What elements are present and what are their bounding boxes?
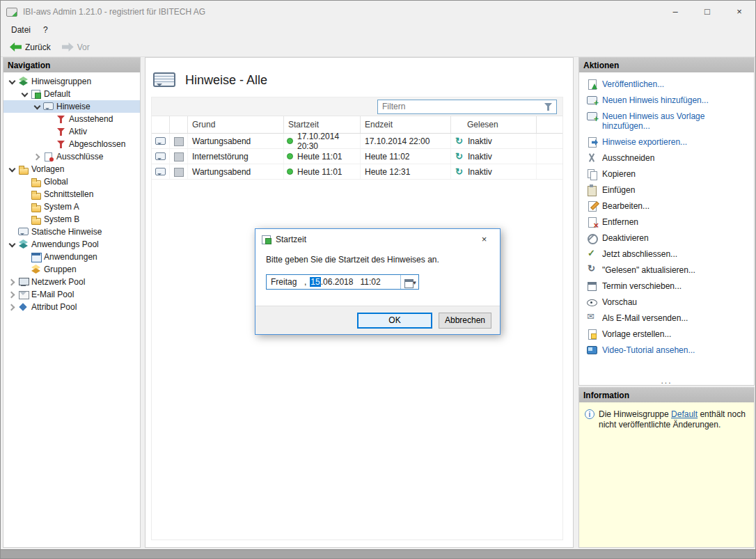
action-neuer-hinweis[interactable]: Neuen Hinweis hinzufügen... bbox=[586, 95, 748, 105]
table-row[interactable]: Wartungsabend 17.10.2014 20:30 17.10.201… bbox=[152, 134, 562, 149]
close-button[interactable]: × bbox=[723, 1, 755, 22]
action-ausschneiden[interactable]: Ausschneiden bbox=[586, 152, 748, 163]
column-header-display-icon[interactable] bbox=[170, 116, 188, 133]
tree-item-system-a[interactable]: System A bbox=[3, 200, 140, 213]
tree-item-default[interactable]: Default bbox=[3, 88, 140, 100]
reschedule-icon bbox=[586, 281, 597, 291]
action-vorschau[interactable]: Vorschau bbox=[586, 297, 748, 307]
tree-item-vorlagen[interactable]: Vorlagen bbox=[3, 163, 140, 175]
table-row[interactable]: Internetstörung Heute 11:01 Heute 11:02 … bbox=[152, 149, 562, 164]
expander-placeholder bbox=[8, 228, 16, 236]
tree-item-system-b[interactable]: System B bbox=[3, 213, 140, 226]
tree-item-netzwerk-pool[interactable]: Netzwerk Pool bbox=[3, 276, 140, 288]
forward-button[interactable]: Vor bbox=[57, 40, 95, 54]
expander-down-icon[interactable] bbox=[20, 90, 29, 98]
datetime-dayname[interactable]: Freitag bbox=[271, 277, 303, 287]
table-row[interactable]: Wartungsabend Heute 11:01 Heute 12:31 In… bbox=[152, 164, 562, 180]
tree-item-attribut-pool[interactable]: Attribut Pool bbox=[3, 301, 140, 313]
action-hinweis-aus-vorlage[interactable]: Neuen Hinweis aus Vorlage hinzufügen... bbox=[586, 111, 748, 131]
expander-placeholder bbox=[45, 140, 54, 148]
sync-arrows-icon bbox=[454, 167, 464, 177]
action-veroeffentlichen[interactable]: Veröffentlichen... bbox=[586, 79, 748, 89]
expander-down-icon[interactable] bbox=[8, 165, 16, 173]
expander-right-icon[interactable] bbox=[33, 152, 41, 161]
tree-item-abgeschlossen[interactable]: Abgeschlossen bbox=[3, 138, 140, 150]
tree-item-anwendungen[interactable]: Anwendungen bbox=[3, 251, 140, 263]
dialog-close-button[interactable]: × bbox=[468, 229, 500, 249]
tree-item-label: Hinweisgruppen bbox=[31, 77, 91, 86]
back-label: Zurück bbox=[25, 42, 51, 52]
menu-datei[interactable]: Datei bbox=[5, 23, 37, 37]
title-bar[interactable]: IBI-aws Admin 1.21.0 - registriert für I… bbox=[1, 1, 755, 22]
action-einfuegen[interactable]: Einfügen bbox=[586, 184, 748, 195]
datetime-monthyear[interactable]: .06.2018 bbox=[321, 277, 354, 287]
datetime-dropdown-button[interactable] bbox=[400, 275, 418, 289]
tree-item-ausschluesse[interactable]: Ausschlüsse bbox=[3, 150, 140, 163]
tree-item-hinweisgruppen[interactable]: Hinweisgruppen bbox=[3, 75, 140, 88]
column-header-endzeit[interactable]: Endzeit bbox=[361, 116, 451, 133]
statische-hinweise-icon bbox=[18, 227, 29, 237]
menu-help[interactable]: ? bbox=[37, 23, 54, 37]
tree-item-email-pool[interactable]: E-Mail Pool bbox=[3, 288, 140, 301]
navigation-toolbar: Zurück Vor bbox=[1, 38, 755, 57]
tree-item-statische-hinweise[interactable]: Statische Hinweise bbox=[3, 226, 140, 238]
page-title-block: Hinweise - Alle bbox=[145, 58, 573, 94]
tree-item-global[interactable]: Global bbox=[3, 175, 140, 188]
tree-item-ausstehend[interactable]: Ausstehend bbox=[3, 113, 140, 125]
column-header-startzeit[interactable]: Startzeit bbox=[284, 116, 361, 133]
expander-right-icon[interactable] bbox=[8, 278, 16, 286]
folder-icon bbox=[31, 214, 41, 224]
action-als-email-versenden[interactable]: Als E-Mail versenden... bbox=[586, 313, 748, 323]
action-hinweise-exportieren[interactable]: Hinweise exportieren... bbox=[586, 136, 748, 147]
gruppen-icon bbox=[31, 265, 41, 274]
ausschluesse-icon bbox=[43, 152, 54, 162]
default-group-link[interactable]: Default bbox=[671, 409, 698, 419]
dialog-title-bar[interactable]: Startzeit × bbox=[255, 229, 500, 249]
column-header-grund[interactable]: Grund bbox=[188, 116, 284, 133]
action-deaktivieren[interactable]: Deaktivieren bbox=[586, 233, 748, 243]
filter-funnel-icon[interactable] bbox=[543, 102, 553, 111]
action-jetzt-abschliessen[interactable]: Jetzt abschliessen... bbox=[586, 249, 748, 259]
action-vorlage-erstellen[interactable]: Vorlage erstellen... bbox=[586, 329, 748, 339]
minimize-button[interactable]: – bbox=[659, 1, 691, 22]
tree-item-label: Abgeschlossen bbox=[69, 139, 125, 149]
tree-item-gruppen[interactable]: Gruppen bbox=[3, 263, 140, 276]
expander-down-icon[interactable] bbox=[33, 102, 41, 111]
column-header-gelesen[interactable]: Gelesen bbox=[451, 116, 537, 133]
tree-item-anwendungs-pool[interactable]: Anwendungs Pool bbox=[3, 238, 140, 251]
action-video-tutorial[interactable]: Video-Tutorial ansehen... bbox=[586, 345, 748, 355]
filter-input[interactable] bbox=[378, 102, 543, 111]
action-bearbeiten[interactable]: Bearbeiten... bbox=[586, 200, 748, 211]
datetime-picker[interactable]: Freitag , 15 .06.2018 11:02 bbox=[266, 274, 419, 290]
action-label: Einfügen bbox=[602, 184, 635, 195]
datetime-day-selected[interactable]: 15 bbox=[310, 277, 320, 287]
dialog-title: Startzeit bbox=[276, 235, 306, 244]
datetime-time[interactable]: 11:02 bbox=[360, 277, 380, 287]
action-termin-verschieben[interactable]: Termin verschieben... bbox=[586, 281, 748, 291]
expander-right-icon[interactable] bbox=[8, 290, 16, 299]
cell-gelesen: Inaktiv bbox=[451, 149, 537, 164]
tree-item-schnittstellen[interactable]: Schnittstellen bbox=[3, 188, 140, 200]
expander-right-icon[interactable] bbox=[8, 303, 16, 311]
navigation-tree: Hinweisgruppen Default Hinweise Ausstehe… bbox=[3, 72, 140, 313]
tree-item-hinweise[interactable]: Hinweise bbox=[3, 100, 140, 113]
action-label: Termin verschieben... bbox=[602, 281, 682, 291]
ok-button[interactable]: OK bbox=[357, 313, 432, 329]
expander-placeholder bbox=[45, 115, 54, 123]
active-status-icon bbox=[287, 153, 293, 159]
actions-overflow-indicator[interactable]: ... bbox=[579, 377, 754, 384]
maximize-button[interactable]: □ bbox=[691, 1, 723, 22]
expander-down-icon[interactable] bbox=[8, 77, 16, 86]
back-button[interactable]: Zurück bbox=[5, 40, 56, 54]
expander-down-icon[interactable] bbox=[8, 240, 16, 249]
column-header-type-icon[interactable] bbox=[152, 116, 170, 133]
cancel-button[interactable]: Abbrechen bbox=[439, 313, 491, 329]
action-kopieren[interactable]: Kopieren bbox=[586, 168, 748, 179]
action-entfernen[interactable]: Entfernen bbox=[586, 216, 748, 227]
action-gelesen-aktualisieren[interactable]: "Gelesen" aktualisieren... bbox=[586, 265, 748, 275]
sync-arrows-icon bbox=[454, 152, 464, 162]
tree-item-label: Aktiv bbox=[69, 127, 87, 136]
netzwerk-pool-icon bbox=[18, 277, 29, 287]
hinweise-icon bbox=[43, 102, 54, 111]
tree-item-aktiv[interactable]: Aktiv bbox=[3, 125, 140, 138]
